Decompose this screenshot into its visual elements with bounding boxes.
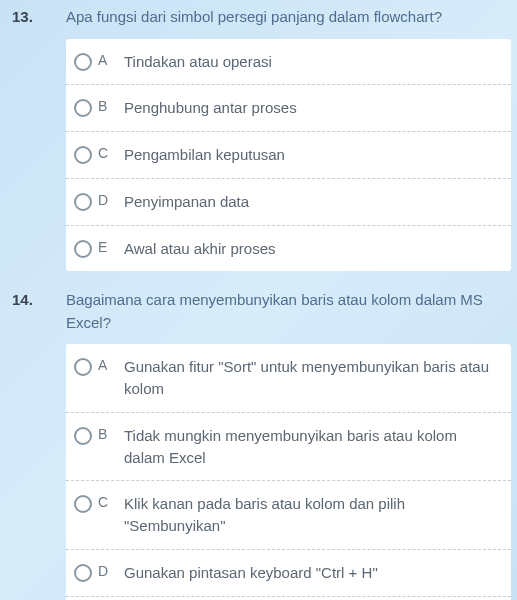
option-letter: A [98,51,116,68]
option-text: Penyimpanan data [124,191,501,213]
option-c[interactable]: C Klik kanan pada baris atau kolom dan p… [66,481,511,550]
option-d[interactable]: D Penyimpanan data [66,179,511,226]
option-e[interactable]: E Awal atau akhir proses [66,226,511,272]
question-body: Bagaimana cara menyembunyikan baris atau… [66,289,511,600]
option-b[interactable]: B Tidak mungkin menyembunyikan baris ata… [66,413,511,482]
question-number: 13. [12,6,66,271]
option-text: Gunakan pintasan keyboard "Ctrl + H" [124,562,501,584]
question-block: 13. Apa fungsi dari simbol persegi panja… [12,6,511,271]
option-letter: E [98,238,116,255]
quiz-container: 13. Apa fungsi dari simbol persegi panja… [0,0,517,600]
option-text: Pengambilan keputusan [124,144,501,166]
option-e[interactable]: E Klik tab "Sisipkan" di menu atas dan p… [66,597,511,601]
option-text: Klik kanan pada baris atau kolom dan pil… [124,493,501,537]
option-letter: C [98,493,116,510]
question-text: Apa fungsi dari simbol persegi panjang d… [66,6,511,29]
radio-icon[interactable] [74,240,92,258]
option-a[interactable]: A Tindakan atau operasi [66,39,511,86]
question-body: Apa fungsi dari simbol persegi panjang d… [66,6,511,271]
option-letter: B [98,97,116,114]
question-number: 14. [12,289,66,600]
radio-icon[interactable] [74,495,92,513]
option-b[interactable]: B Penghubung antar proses [66,85,511,132]
option-c[interactable]: C Pengambilan keputusan [66,132,511,179]
option-text: Tidak mungkin menyembunyikan baris atau … [124,425,501,469]
question-block: 14. Bagaimana cara menyembunyikan baris … [12,289,511,600]
option-a[interactable]: A Gunakan fitur "Sort" untuk menyembunyi… [66,344,511,413]
option-text: Awal atau akhir proses [124,238,501,260]
radio-icon[interactable] [74,53,92,71]
option-letter: D [98,191,116,208]
options-list: A Gunakan fitur "Sort" untuk menyembunyi… [66,344,511,600]
option-letter: C [98,144,116,161]
option-text: Tindakan atau operasi [124,51,501,73]
option-text: Penghubung antar proses [124,97,501,119]
radio-icon[interactable] [74,193,92,211]
option-letter: B [98,425,116,442]
option-letter: D [98,562,116,579]
options-list: A Tindakan atau operasi B Penghubung ant… [66,39,511,272]
question-text: Bagaimana cara menyembunyikan baris atau… [66,289,511,334]
radio-icon[interactable] [74,358,92,376]
option-d[interactable]: D Gunakan pintasan keyboard "Ctrl + H" [66,550,511,597]
radio-icon[interactable] [74,427,92,445]
radio-icon[interactable] [74,99,92,117]
radio-icon[interactable] [74,564,92,582]
option-text: Gunakan fitur "Sort" untuk menyembunyika… [124,356,501,400]
option-letter: A [98,356,116,373]
radio-icon[interactable] [74,146,92,164]
